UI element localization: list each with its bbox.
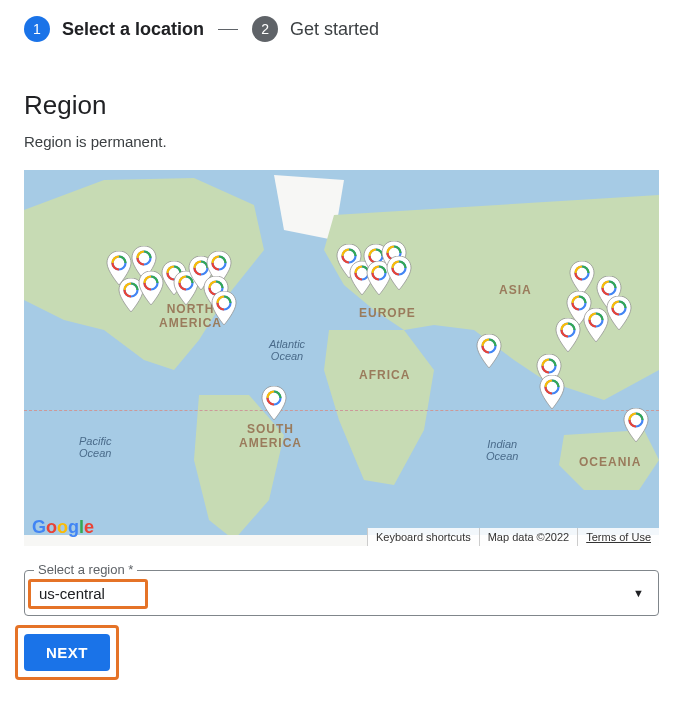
step-1-label: Select a location	[62, 19, 204, 40]
region-marker[interactable]	[476, 334, 502, 368]
region-marker[interactable]	[623, 408, 649, 442]
step-divider	[218, 29, 238, 30]
step-1[interactable]: 1 Select a location	[24, 16, 204, 42]
region-select-value: us-central	[39, 585, 105, 602]
region-marker[interactable]	[261, 386, 287, 420]
region-title: Region	[24, 90, 659, 121]
region-subtitle: Region is permanent.	[24, 133, 659, 150]
region-marker[interactable]	[606, 296, 632, 330]
keyboard-shortcuts-button[interactable]: Keyboard shortcuts	[367, 528, 479, 546]
map-data-label: Map data ©2022	[479, 528, 578, 546]
region-marker[interactable]	[555, 318, 581, 352]
map-footer: Keyboard shortcuts Map data ©2022 Terms …	[367, 528, 659, 546]
step-2-circle: 2	[252, 16, 278, 42]
map-container[interactable]: NORTHAMERICA SOUTHAMERICA EUROPE AFRICA …	[24, 170, 659, 546]
region-marker[interactable]	[569, 261, 595, 295]
next-button[interactable]: Next	[24, 634, 110, 671]
chevron-down-icon: ▼	[633, 587, 644, 599]
google-logo: Google	[32, 517, 94, 538]
region-select-field: Select a region * us-central ▼	[24, 570, 659, 616]
terms-link[interactable]: Terms of Use	[577, 528, 659, 546]
region-marker[interactable]	[386, 256, 412, 290]
region-marker[interactable]	[211, 291, 237, 325]
step-1-circle: 1	[24, 16, 50, 42]
stepper: 1 Select a location 2 Get started	[24, 16, 659, 42]
step-2[interactable]: 2 Get started	[252, 16, 379, 42]
step-2-label: Get started	[290, 19, 379, 40]
region-select-label: Select a region *	[34, 562, 137, 577]
map-background	[24, 170, 659, 546]
region-marker[interactable]	[539, 375, 565, 409]
next-button-wrapper: Next	[24, 634, 110, 671]
